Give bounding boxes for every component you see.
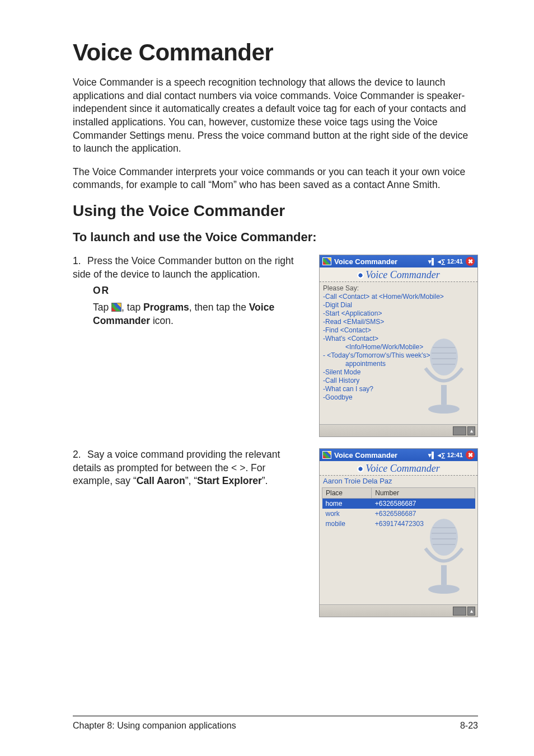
svg-point-9 <box>428 585 460 594</box>
step-1-tap-post: , then tap the <box>189 302 249 313</box>
example-call: Call Aaron <box>137 475 185 486</box>
step-1-icon-post: icon. <box>150 315 174 326</box>
screenshot-2: Voice Commander ▾▌ ◂∑ 12:41 ✖ Voice Comm… <box>319 448 478 617</box>
app-header: Voice Commander <box>320 461 477 476</box>
step-1-number: 1. <box>73 255 87 268</box>
cmd-line: - <Today's/Tomorrow's/This week's> <box>323 351 474 360</box>
please-say-label: Please Say: <box>323 284 474 293</box>
step-2-post: ”. <box>262 475 268 486</box>
cmd-line: -Call <Contact> at <Home/Work/Mobile> <box>323 293 474 301</box>
screenshot-1: Voice Commander ▾▌ ◂∑ 12:41 ✖ Voice Comm… <box>319 255 478 437</box>
footer-chapter: Chapter 8: Using companion applications <box>73 721 236 731</box>
cmd-line: -Goodbye <box>323 393 474 402</box>
mic-icon <box>357 466 364 472</box>
sip-up-icon[interactable]: ▴ <box>467 426 475 435</box>
cmd-line: -Call History <box>323 377 474 385</box>
cmd-line: -Start <Application> <box>323 309 474 318</box>
example-start: Start Explorer <box>197 475 262 486</box>
cmd-line: -Find <Contact> <box>323 326 474 335</box>
step-1-or: OR <box>93 284 308 298</box>
sip-bar: ▴ <box>320 604 477 617</box>
close-icon[interactable]: ✖ <box>466 257 475 266</box>
start-flag-icon[interactable] <box>322 257 331 265</box>
section-heading: Using the Voice Commander <box>73 202 478 220</box>
col-number[interactable]: Number <box>372 488 475 499</box>
intro-paragraph-1: Voice Commander is a speech recognition … <box>73 76 478 156</box>
start-icon <box>111 303 121 312</box>
cmd-line: -Read <EMail/SMS> <box>323 318 474 326</box>
cmd-line: -What can I say? <box>323 385 474 393</box>
app-header: Voice Commander <box>320 267 477 282</box>
subsection-heading: To launch and use the Voice Commander: <box>73 230 478 245</box>
col-place[interactable]: Place <box>322 488 372 499</box>
cmd-line: -What's <Contact> <box>323 335 474 343</box>
status-indicators: ▾▌ ◂∑ 12:41 <box>428 452 463 459</box>
cmd-subline: appointments <box>323 360 474 368</box>
svg-point-2 <box>428 405 460 414</box>
footer-page: 8-23 <box>460 721 478 731</box>
intro-paragraph-2: The Voice Commander interprets your voic… <box>73 166 478 192</box>
cmd-line: -Digit Dial <box>323 301 474 309</box>
status-indicators: ▾▌ ◂∑ 12:41 <box>428 258 463 265</box>
cmd-subline: <Info/Home/Work/Mobile> <box>323 343 474 351</box>
contact-name: Aaron Troie Dela Paz <box>320 476 477 486</box>
titlebar: Voice Commander ▾▌ ◂∑ 12:41 ✖ <box>320 449 477 461</box>
table-row[interactable]: home +6326586687 <box>322 499 475 509</box>
svg-point-7 <box>430 519 458 556</box>
close-icon[interactable]: ✖ <box>466 450 475 459</box>
step-1-text: Press the Voice Commander button on the … <box>73 255 294 280</box>
step-1-tap-mid: , tap <box>121 302 143 313</box>
start-flag-icon[interactable] <box>322 451 331 459</box>
svg-rect-8 <box>441 565 447 585</box>
sip-bar: ▴ <box>320 424 477 436</box>
app-title: Voice Commander <box>334 451 397 459</box>
step-1-tap-pre: Tap <box>93 302 111 313</box>
keyboard-icon[interactable] <box>453 426 466 435</box>
microphone-bg-icon <box>410 518 472 596</box>
step-2-number: 2. <box>73 448 87 462</box>
cmd-line: -Silent Mode <box>323 368 474 377</box>
step-1: 1.Press the Voice Commander button on th… <box>73 255 308 327</box>
page-title: Voice Commander <box>73 39 478 66</box>
step-2-mid: ”, “ <box>185 475 197 486</box>
keyboard-icon[interactable] <box>453 607 466 616</box>
titlebar: Voice Commander ▾▌ ◂∑ 12:41 ✖ <box>320 255 477 267</box>
app-title: Voice Commander <box>334 257 397 266</box>
step-2: 2.Say a voice command providing the rele… <box>73 448 308 488</box>
sip-up-icon[interactable]: ▴ <box>467 607 475 616</box>
mic-icon <box>357 272 364 279</box>
programs-label: Programs <box>143 302 189 313</box>
